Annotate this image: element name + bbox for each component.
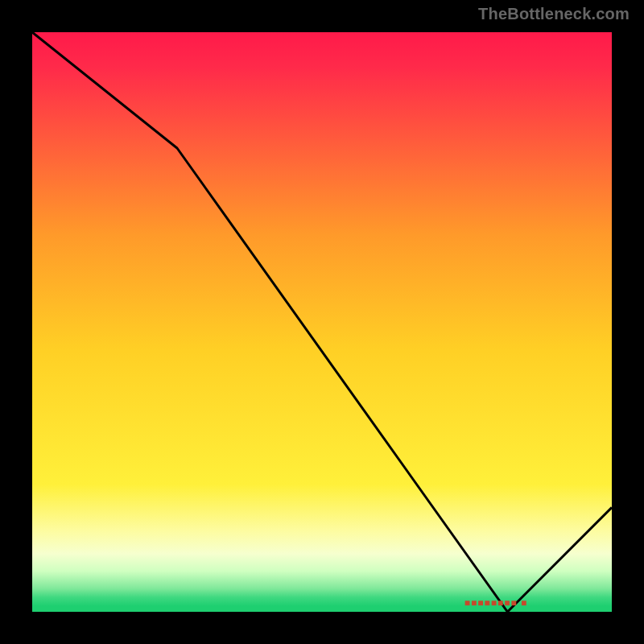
- chart-frame: TheBottleneck.com ■■■■■■■■ ■: [0, 0, 644, 644]
- plot-area: ■■■■■■■■ ■: [32, 32, 612, 612]
- optimal-marker-label: ■■■■■■■■ ■: [464, 597, 528, 609]
- watermark-label: TheBottleneck.com: [478, 5, 630, 23]
- chart-svg: ■■■■■■■■ ■: [32, 32, 612, 612]
- gradient-background: [32, 32, 612, 612]
